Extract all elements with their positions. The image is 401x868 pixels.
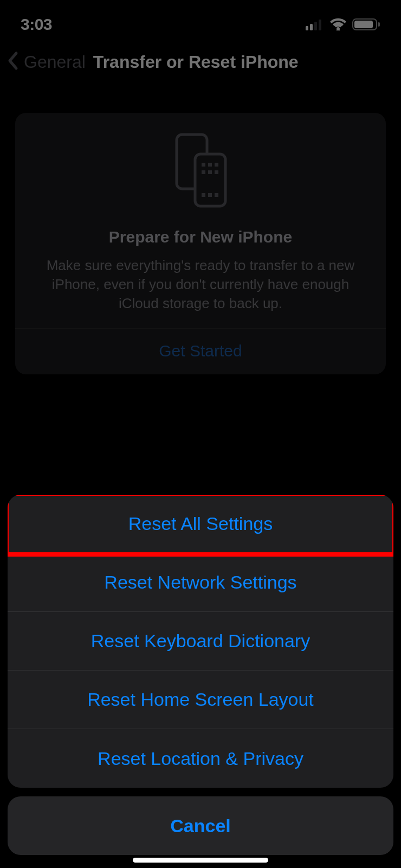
svg-rect-11 <box>208 163 212 167</box>
svg-rect-18 <box>215 193 218 197</box>
back-button[interactable]: General <box>24 52 86 72</box>
svg-rect-9 <box>195 154 225 206</box>
device-transfer-icon <box>15 132 386 208</box>
svg-rect-2 <box>314 22 317 30</box>
cancel-button[interactable]: Cancel <box>8 796 393 855</box>
svg-rect-1 <box>310 24 313 30</box>
svg-rect-17 <box>208 193 212 197</box>
svg-rect-16 <box>202 193 205 197</box>
battery-icon <box>352 18 380 31</box>
action-sheet-group: Reset All Settings Reset Network Setting… <box>8 495 393 788</box>
svg-rect-3 <box>319 20 321 30</box>
svg-rect-14 <box>208 170 212 174</box>
reset-keyboard-dictionary-button[interactable]: Reset Keyboard Dictionary <box>8 612 393 671</box>
svg-rect-7 <box>378 22 380 27</box>
prepare-description: Make sure everything's ready to transfer… <box>15 256 386 328</box>
action-sheet: Reset All Settings Reset Network Setting… <box>8 495 393 855</box>
svg-rect-6 <box>354 21 373 28</box>
svg-point-4 <box>337 27 340 30</box>
status-bar: 3:03 <box>0 0 401 43</box>
back-chevron-icon[interactable] <box>7 51 20 73</box>
reset-home-screen-layout-button[interactable]: Reset Home Screen Layout <box>8 671 393 729</box>
status-icons <box>306 18 380 31</box>
reset-location-privacy-button[interactable]: Reset Location & Privacy <box>8 729 393 788</box>
prepare-card: Prepare for New iPhone Make sure everyth… <box>15 113 386 374</box>
home-indicator[interactable] <box>133 858 268 863</box>
reset-all-settings-button[interactable]: Reset All Settings <box>8 495 393 553</box>
cellular-signal-icon <box>306 18 324 30</box>
nav-bar: General Transfer or Reset iPhone <box>0 43 401 80</box>
page-title: Transfer or Reset iPhone <box>93 52 299 72</box>
prepare-title: Prepare for New iPhone <box>15 228 386 246</box>
reset-network-settings-button[interactable]: Reset Network Settings <box>8 553 393 612</box>
svg-rect-10 <box>202 163 205 167</box>
wifi-icon <box>329 18 347 31</box>
get-started-button[interactable]: Get Started <box>15 329 386 374</box>
svg-rect-12 <box>215 163 218 167</box>
svg-rect-0 <box>306 26 308 30</box>
svg-rect-13 <box>202 170 205 174</box>
status-time: 3:03 <box>21 15 52 34</box>
svg-rect-15 <box>215 170 218 174</box>
